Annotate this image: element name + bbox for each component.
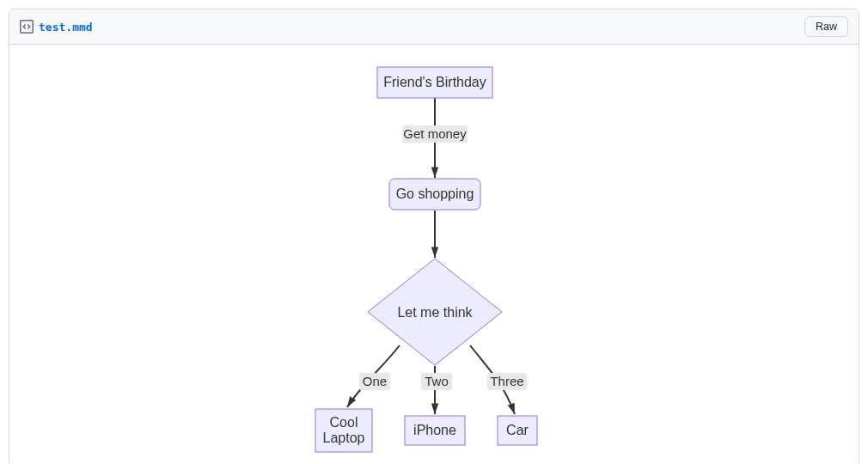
file-header: test.mmd Raw	[9, 9, 859, 45]
node-E-label: iPhone	[413, 423, 456, 437]
node-D-label-1: Cool	[330, 415, 358, 430]
raw-button[interactable]: Raw	[804, 16, 848, 38]
mermaid-diagram: Get money One Two Three Friend's Birthda…	[9, 45, 859, 464]
node-C-label: Let me think	[397, 305, 473, 320]
node-B-label: Go shopping	[396, 186, 474, 201]
node-A-label: Friend's Birthday	[383, 75, 486, 89]
node-F-label: Car	[506, 423, 529, 437]
code-square-icon	[20, 20, 34, 34]
file-header-left: test.mmd	[20, 20, 93, 34]
file-box: test.mmd Raw Get money One Two	[9, 9, 859, 464]
file-content: Get money One Two Three Friend's Birthda…	[9, 45, 859, 464]
edge-label-AB: Get money	[403, 126, 467, 141]
edge-label-CF: Three	[490, 374, 523, 388]
file-name-link[interactable]: test.mmd	[39, 21, 93, 34]
edge-label-CE: Two	[425, 374, 449, 388]
node-D-label-2: Laptop	[323, 430, 365, 445]
edge-label-CD: One	[363, 374, 387, 388]
